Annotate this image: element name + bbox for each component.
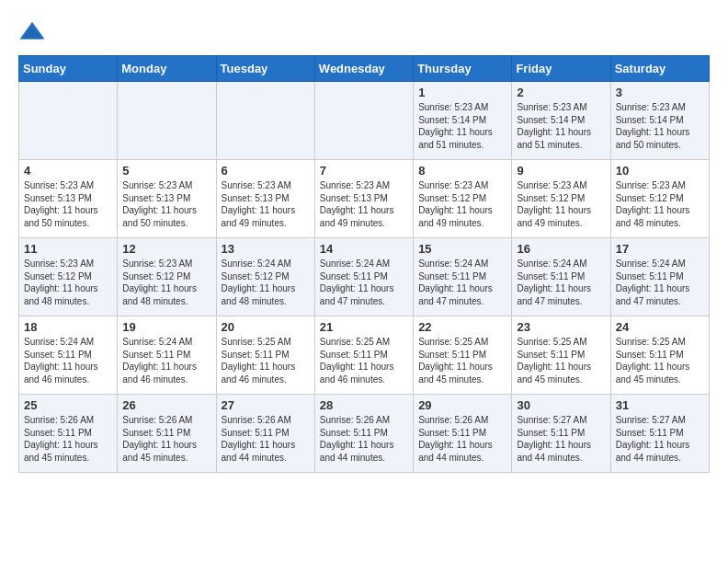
- calendar-cell: 27Sunrise: 5:26 AM Sunset: 5:11 PM Dayli…: [216, 395, 314, 473]
- day-number: 8: [418, 164, 506, 178]
- cell-content: Sunrise: 5:24 AM Sunset: 5:11 PM Dayligh…: [320, 258, 408, 307]
- cell-content: Sunrise: 5:26 AM Sunset: 5:11 PM Dayligh…: [320, 414, 408, 464]
- day-number: 13: [222, 242, 310, 256]
- calendar-cell: 16Sunrise: 5:24 AM Sunset: 5:11 PM Dayli…: [512, 238, 610, 316]
- day-header-friday: Friday: [512, 56, 610, 82]
- cell-content: Sunrise: 5:23 AM Sunset: 5:13 PM Dayligh…: [122, 179, 210, 229]
- calendar-cell: [216, 82, 314, 160]
- cell-content: Sunrise: 5:25 AM Sunset: 5:11 PM Dayligh…: [320, 336, 408, 385]
- page-header: [18, 18, 710, 46]
- day-number: 14: [320, 242, 408, 256]
- cell-content: Sunrise: 5:24 AM Sunset: 5:11 PM Dayligh…: [24, 336, 112, 385]
- day-number: 29: [418, 398, 506, 412]
- day-number: 16: [517, 242, 605, 256]
- cell-content: Sunrise: 5:23 AM Sunset: 5:13 PM Dayligh…: [320, 179, 408, 229]
- day-header-saturday: Saturday: [610, 56, 709, 82]
- day-number: 2: [517, 86, 605, 99]
- calendar-cell: 25Sunrise: 5:26 AM Sunset: 5:11 PM Dayli…: [19, 395, 118, 473]
- calendar-cell: 5Sunrise: 5:23 AM Sunset: 5:13 PM Daylig…: [118, 160, 216, 238]
- week-row-1: 1Sunrise: 5:23 AM Sunset: 5:14 PM Daylig…: [19, 82, 710, 160]
- cell-content: Sunrise: 5:23 AM Sunset: 5:12 PM Dayligh…: [24, 258, 112, 307]
- calendar-cell: 2Sunrise: 5:23 AM Sunset: 5:14 PM Daylig…: [512, 82, 610, 160]
- calendar-cell: 7Sunrise: 5:23 AM Sunset: 5:13 PM Daylig…: [314, 160, 413, 238]
- calendar-cell: 29Sunrise: 5:26 AM Sunset: 5:11 PM Dayli…: [414, 395, 512, 473]
- calendar-cell: 30Sunrise: 5:27 AM Sunset: 5:11 PM Dayli…: [512, 395, 610, 473]
- day-number: 20: [222, 320, 310, 334]
- calendar-cell: 6Sunrise: 5:23 AM Sunset: 5:13 PM Daylig…: [216, 160, 314, 238]
- calendar-cell: 28Sunrise: 5:26 AM Sunset: 5:11 PM Dayli…: [314, 395, 413, 473]
- cell-content: Sunrise: 5:23 AM Sunset: 5:14 PM Dayligh…: [418, 101, 506, 151]
- calendar-cell: 19Sunrise: 5:24 AM Sunset: 5:11 PM Dayli…: [118, 316, 216, 395]
- cell-content: Sunrise: 5:23 AM Sunset: 5:14 PM Dayligh…: [616, 101, 704, 151]
- cell-content: Sunrise: 5:25 AM Sunset: 5:11 PM Dayligh…: [517, 336, 605, 385]
- cell-content: Sunrise: 5:24 AM Sunset: 5:11 PM Dayligh…: [418, 258, 506, 307]
- calendar-cell: 22Sunrise: 5:25 AM Sunset: 5:11 PM Dayli…: [414, 316, 512, 395]
- day-number: 18: [24, 320, 112, 334]
- cell-content: Sunrise: 5:26 AM Sunset: 5:11 PM Dayligh…: [418, 414, 506, 464]
- day-number: 15: [418, 242, 506, 256]
- calendar-cell: 4Sunrise: 5:23 AM Sunset: 5:13 PM Daylig…: [19, 160, 118, 238]
- cell-content: Sunrise: 5:27 AM Sunset: 5:11 PM Dayligh…: [517, 414, 605, 464]
- day-number: 24: [616, 320, 704, 334]
- cell-content: Sunrise: 5:25 AM Sunset: 5:11 PM Dayligh…: [418, 336, 506, 385]
- day-header-tuesday: Tuesday: [216, 56, 314, 82]
- cell-content: Sunrise: 5:26 AM Sunset: 5:11 PM Dayligh…: [24, 414, 112, 464]
- day-number: 22: [418, 320, 506, 334]
- calendar-cell: 31Sunrise: 5:27 AM Sunset: 5:11 PM Dayli…: [610, 395, 709, 473]
- calendar-cell: 23Sunrise: 5:25 AM Sunset: 5:11 PM Dayli…: [512, 316, 610, 395]
- day-number: 6: [222, 164, 310, 178]
- day-number: 23: [517, 320, 605, 334]
- calendar-cell: [314, 82, 413, 160]
- cell-content: Sunrise: 5:24 AM Sunset: 5:11 PM Dayligh…: [517, 258, 605, 307]
- calendar-cell: 1Sunrise: 5:23 AM Sunset: 5:14 PM Daylig…: [414, 82, 512, 160]
- calendar-cell: 17Sunrise: 5:24 AM Sunset: 5:11 PM Dayli…: [610, 238, 709, 316]
- cell-content: Sunrise: 5:26 AM Sunset: 5:11 PM Dayligh…: [222, 414, 310, 464]
- calendar-cell: [19, 82, 118, 160]
- cell-content: Sunrise: 5:23 AM Sunset: 5:12 PM Dayligh…: [122, 258, 210, 307]
- calendar-cell: 9Sunrise: 5:23 AM Sunset: 5:12 PM Daylig…: [512, 160, 610, 238]
- day-number: 25: [24, 398, 112, 412]
- cell-content: Sunrise: 5:26 AM Sunset: 5:11 PM Dayligh…: [122, 414, 210, 464]
- day-header-wednesday: Wednesday: [314, 56, 413, 82]
- day-number: 28: [320, 398, 408, 412]
- calendar-cell: 20Sunrise: 5:25 AM Sunset: 5:11 PM Dayli…: [216, 316, 314, 395]
- calendar-cell: 21Sunrise: 5:25 AM Sunset: 5:11 PM Dayli…: [314, 316, 413, 395]
- cell-content: Sunrise: 5:23 AM Sunset: 5:14 PM Dayligh…: [517, 101, 605, 151]
- day-number: 5: [122, 164, 210, 178]
- cell-content: Sunrise: 5:23 AM Sunset: 5:13 PM Dayligh…: [222, 179, 310, 229]
- calendar-cell: 18Sunrise: 5:24 AM Sunset: 5:11 PM Dayli…: [19, 316, 118, 395]
- day-number: 31: [616, 398, 704, 412]
- cell-content: Sunrise: 5:25 AM Sunset: 5:11 PM Dayligh…: [222, 336, 310, 385]
- day-number: 27: [222, 398, 310, 412]
- day-header-sunday: Sunday: [19, 56, 118, 82]
- day-number: 10: [616, 164, 704, 178]
- calendar-cell: 11Sunrise: 5:23 AM Sunset: 5:12 PM Dayli…: [19, 238, 118, 316]
- day-number: 30: [517, 398, 605, 412]
- cell-content: Sunrise: 5:23 AM Sunset: 5:12 PM Dayligh…: [418, 179, 506, 229]
- cell-content: Sunrise: 5:23 AM Sunset: 5:13 PM Dayligh…: [24, 179, 112, 229]
- day-number: 21: [320, 320, 408, 334]
- week-row-4: 18Sunrise: 5:24 AM Sunset: 5:11 PM Dayli…: [19, 316, 710, 395]
- logo-icon: [18, 18, 46, 46]
- calendar-cell: 26Sunrise: 5:26 AM Sunset: 5:11 PM Dayli…: [118, 395, 216, 473]
- calendar-cell: 3Sunrise: 5:23 AM Sunset: 5:14 PM Daylig…: [610, 82, 709, 160]
- cell-content: Sunrise: 5:23 AM Sunset: 5:12 PM Dayligh…: [616, 179, 704, 229]
- calendar-table: SundayMondayTuesdayWednesdayThursdayFrid…: [18, 55, 710, 473]
- calendar-cell: 14Sunrise: 5:24 AM Sunset: 5:11 PM Dayli…: [314, 238, 413, 316]
- calendar-cell: 8Sunrise: 5:23 AM Sunset: 5:12 PM Daylig…: [414, 160, 512, 238]
- day-number: 7: [320, 164, 408, 178]
- calendar-cell: 13Sunrise: 5:24 AM Sunset: 5:12 PM Dayli…: [216, 238, 314, 316]
- week-row-3: 11Sunrise: 5:23 AM Sunset: 5:12 PM Dayli…: [19, 238, 710, 316]
- cell-content: Sunrise: 5:27 AM Sunset: 5:11 PM Dayligh…: [616, 414, 704, 464]
- day-number: 19: [122, 320, 210, 334]
- calendar-cell: 12Sunrise: 5:23 AM Sunset: 5:12 PM Dayli…: [118, 238, 216, 316]
- day-header-monday: Monday: [118, 56, 216, 82]
- day-header-thursday: Thursday: [414, 56, 512, 82]
- day-number: 4: [24, 164, 112, 178]
- day-number: 9: [517, 164, 605, 178]
- day-number: 17: [616, 242, 704, 256]
- calendar-cell: [118, 82, 216, 160]
- day-number: 1: [418, 86, 506, 99]
- logo: [18, 18, 50, 46]
- week-row-5: 25Sunrise: 5:26 AM Sunset: 5:11 PM Dayli…: [19, 395, 710, 473]
